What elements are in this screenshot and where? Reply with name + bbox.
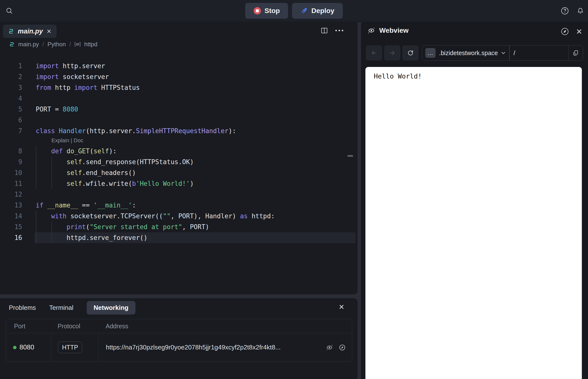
bottom-panel-close-button[interactable] <box>338 304 345 310</box>
deploy-button[interactable]: Deploy <box>292 3 343 19</box>
code-line-13[interactable]: 13if __name__ == '__main__': <box>0 200 358 211</box>
help-button[interactable] <box>560 6 569 15</box>
line-number: 9 <box>0 157 25 167</box>
indent-guide <box>36 232 36 243</box>
editor-panel: main.py main.py / Python / <box>0 22 358 294</box>
code-line-14[interactable]: 14 with socketserver.TCPServer(("", PORT… <box>0 211 358 221</box>
code-line-text <box>34 93 358 104</box>
forward-button[interactable] <box>384 45 400 61</box>
tab-main-py[interactable]: main.py <box>3 25 57 38</box>
code-editor[interactable]: 1import http.server2import socketserver3… <box>0 61 358 243</box>
address-url[interactable]: https://na7rj30pzlseg9r0yoe2078h5jjr1g49… <box>106 344 319 351</box>
run-controls: Stop Deploy <box>0 0 588 22</box>
code-line-7[interactable]: 7class Handler(http.server.SimpleHTTPReq… <box>0 126 358 136</box>
eye-icon[interactable] <box>326 344 333 351</box>
line-number: 6 <box>0 115 25 126</box>
indent-guide <box>51 178 52 189</box>
compass-icon[interactable] <box>560 27 569 36</box>
line-number: 8 <box>0 146 25 157</box>
code-line-3[interactable]: 3from http import HTTPStatus <box>0 82 358 93</box>
code-line-text: import socketserver <box>34 71 358 82</box>
copy-url-button[interactable] <box>568 46 583 60</box>
code-line-text: import http.server <box>34 61 358 71</box>
code-line-12[interactable]: 12 <box>0 189 358 200</box>
line-number: 1 <box>0 61 25 71</box>
line-number: 14 <box>0 211 25 221</box>
deploy-button-label: Deploy <box>311 7 334 15</box>
editor-scrollbar-thumb[interactable] <box>347 155 353 157</box>
chevron-down-icon[interactable] <box>500 50 506 56</box>
code-line-text: if __name__ == '__main__': <box>34 200 358 211</box>
line-number: 3 <box>0 82 25 93</box>
breadcrumb-language[interactable]: Python <box>48 41 66 48</box>
ellipsis-icon[interactable] <box>335 28 344 33</box>
code-line-8[interactable]: 8 def do_GET(self): <box>0 146 358 157</box>
address-actions <box>326 344 346 351</box>
refresh-icon <box>407 49 414 57</box>
python-file-icon <box>8 28 14 34</box>
port-value: 8080 <box>19 344 34 351</box>
breadcrumb-symbol[interactable]: httpd <box>84 41 97 48</box>
tab-networking[interactable]: Networking <box>87 301 135 315</box>
url-bar[interactable]: ... .bizidetestwork.space / <box>422 45 583 61</box>
code-line-16[interactable]: 16 httpd.serve_forever() <box>0 232 358 243</box>
line-number: 7 <box>0 126 25 136</box>
line-number: 2 <box>0 71 25 82</box>
code-line-10[interactable]: 10 self.end_headers() <box>0 167 358 178</box>
close-icon[interactable] <box>576 28 583 35</box>
column-header-protocol: Protocol <box>51 323 98 330</box>
code-line-5[interactable]: 5PORT = 8080 <box>0 104 358 115</box>
code-line-text: self.send_response(HTTPStatus.OK) <box>34 157 358 167</box>
close-icon <box>338 304 345 310</box>
indent-guide <box>36 178 36 189</box>
topbar-right <box>560 0 585 22</box>
code-lines: 1import http.server2import socketserver3… <box>0 61 358 243</box>
back-arrow-icon <box>371 49 377 56</box>
indent-guide <box>36 146 36 157</box>
back-button[interactable] <box>366 45 382 61</box>
stop-record-icon <box>254 7 261 15</box>
webview-content[interactable]: Hello World! <box>365 67 582 379</box>
close-icon[interactable] <box>46 29 52 34</box>
compass-icon[interactable] <box>339 344 346 351</box>
breadcrumb-separator: / <box>42 41 44 48</box>
code-line-6[interactable]: 6 <box>0 115 358 126</box>
code-line-4[interactable]: 4 <box>0 93 358 104</box>
line-number: 11 <box>0 178 25 189</box>
stop-button[interactable]: Stop <box>245 3 288 19</box>
code-line-9[interactable]: 9 self.send_response(HTTPStatus.OK) <box>0 157 358 167</box>
indent-guide <box>51 157 52 167</box>
url-domain[interactable]: .bizidetestwork.space <box>439 49 498 57</box>
code-line-11[interactable]: 11 self.wfile.write(b'Hello World!') <box>0 178 358 189</box>
line-number: 4 <box>0 93 25 104</box>
indent-guide <box>51 232 52 243</box>
webview-page-text: Hello World! <box>374 72 422 80</box>
protocol-badge: HTTP <box>58 342 82 353</box>
copy-icon <box>572 50 579 56</box>
code-line-text <box>34 189 358 200</box>
tab-problems[interactable]: Problems <box>9 301 36 315</box>
line-number: 12 <box>0 189 25 200</box>
code-line-2[interactable]: 2import socketserver <box>0 71 358 82</box>
url-path-input[interactable]: / <box>510 49 568 57</box>
column-header-address: Address <box>98 323 352 330</box>
notifications-button[interactable] <box>576 7 585 15</box>
code-line-text: from http import HTTPStatus <box>34 82 358 93</box>
tab-terminal[interactable]: Terminal <box>49 301 73 315</box>
explain-doc-widget[interactable]: Explain | Doc <box>0 136 358 146</box>
code-line-text: print("Server started at port", PORT) <box>34 221 358 232</box>
code-line-15[interactable]: 15 print("Server started at port", PORT) <box>0 221 358 232</box>
breadcrumb-file[interactable]: main.py <box>18 41 39 48</box>
webview-header: Webview <box>367 27 408 34</box>
indent-guide <box>36 211 36 221</box>
code-line-text: PORT = 8080 <box>34 104 358 115</box>
refresh-button[interactable] <box>402 45 419 61</box>
indent-guide <box>51 221 52 232</box>
help-circle-icon <box>560 6 569 15</box>
line-number: 16 <box>0 232 25 243</box>
url-truncation-badge: ... <box>425 48 436 58</box>
tab-filename: main.py <box>18 28 43 35</box>
split-view-icon[interactable] <box>321 27 328 34</box>
code-line-1[interactable]: 1import http.server <box>0 61 358 71</box>
code-line-text: self.wfile.write(b'Hello World!') <box>34 178 358 189</box>
